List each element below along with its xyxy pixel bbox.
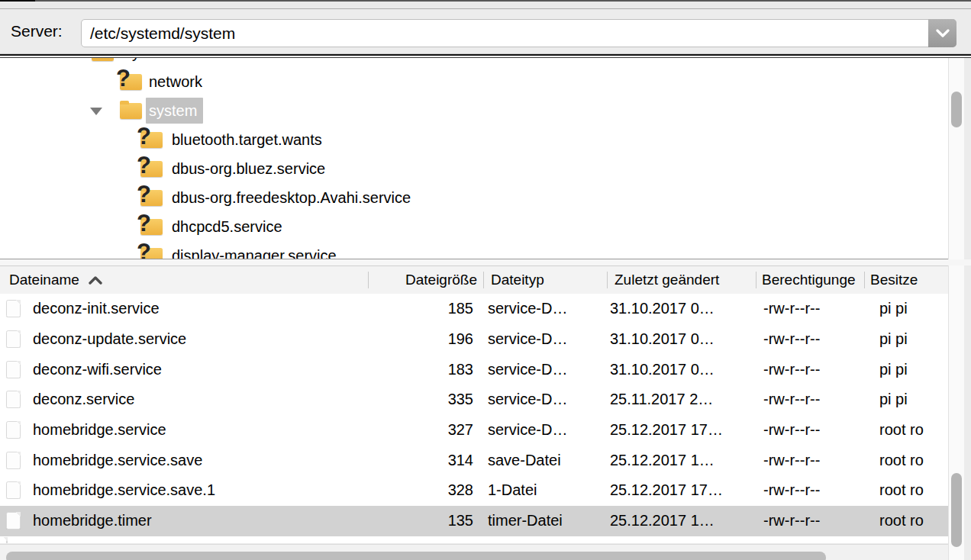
file-size: 185 (368, 300, 483, 317)
folder-icon: ? (140, 161, 163, 177)
file-type: service-D… (483, 391, 607, 408)
file-name: deconz.service (33, 391, 134, 408)
table-scrollbar-thumb[interactable] (951, 473, 962, 547)
question-mark-icon: ? (116, 65, 131, 92)
file-row[interactable]: deconz-update.service 196 service-D… 31.… (0, 324, 948, 355)
file-permissions: -rw-r--r-- (756, 512, 864, 529)
file-row[interactable]: deconz-wifi.service 183 service-D… 31.10… (0, 354, 948, 385)
file-permissions: -rw-r--r-- (756, 330, 864, 348)
question-mark-icon: ? (137, 181, 151, 208)
column-header-label: Berechtigunge (762, 272, 856, 288)
column-header-dateityp[interactable]: Dateityp (483, 266, 607, 294)
disclosure-triangle-icon[interactable] (90, 108, 102, 115)
file-row[interactable]: homebridge.service.save 314 save-Datei 2… (0, 445, 948, 475)
file-permissions: -rw-r--r-- (756, 421, 864, 439)
file-icon (6, 421, 21, 439)
file-name: deconz-wifi.service (33, 361, 162, 378)
file-modified: 25.12.2017 17… (607, 421, 756, 439)
file-owner: pi pi (864, 330, 948, 348)
file-icon (6, 512, 21, 529)
file-owner: root ro (864, 421, 948, 439)
file-size: 335 (368, 391, 483, 408)
file-row[interactable]: homebridge.timer 135 timer-Datei 25.12.2… (0, 506, 948, 536)
file-icon (6, 537, 8, 543)
tree-item-label: display-manager.service (172, 241, 337, 259)
file-modified: 25.12.2017 1… (607, 512, 756, 529)
server-path-combobox[interactable]: /etc/systemd/system (81, 19, 956, 47)
file-permissions: -rw-r--r-- (756, 391, 864, 408)
file-row[interactable]: homebridge.service.save.1 328 1-Datei 25… (0, 475, 948, 506)
column-header-dateigroesse[interactable]: Dateigröße (368, 266, 483, 294)
file-permissions: -rw-r--r-- (756, 452, 864, 469)
folder-icon (92, 58, 114, 61)
file-table: deconz-init.service 185 service-D… 31.10… (0, 294, 964, 543)
folder-icon: ? (140, 219, 163, 235)
file-permissions: -rw-r--r-- (756, 300, 864, 317)
file-permissions: -rw-r--r-- (756, 481, 864, 499)
tree-item[interactable]: ? display-manager.service (0, 241, 964, 259)
file-owner: pi pi (864, 300, 948, 317)
tree-item-label: dhcpcd5.service (172, 212, 282, 241)
file-row[interactable]: deconz.service 335 service-D… 25.11.2017… (0, 385, 948, 415)
horizontal-scrollbar[interactable] (0, 544, 948, 560)
file-permissions: -rw-r--r-- (756, 361, 864, 378)
file-type: timer-Datei (483, 512, 607, 529)
tree-item[interactable]: system (0, 96, 964, 125)
folder-icon: ? (140, 132, 163, 148)
file-table-header: Dateiname Dateigröße Dateityp Zuletzt ge… (0, 266, 948, 294)
file-size: 135 (368, 512, 483, 529)
question-mark-icon: ? (137, 239, 151, 259)
tree-item-label: dbus-org.freedesktop.Avahi.service (172, 183, 411, 212)
file-owner: root ro (864, 481, 948, 499)
column-header-label: Dateityp (491, 272, 544, 288)
question-mark-icon: ? (137, 152, 151, 179)
column-header-label: Zuletzt geändert (615, 272, 719, 288)
tree-item-label: bluetooth.target.wants (172, 125, 322, 154)
file-name: homebridge.timer (33, 512, 152, 529)
file-owner: pi pi (864, 391, 948, 408)
file-modified: 31.10.2017 0… (607, 330, 756, 348)
server-dropdown-button[interactable] (928, 19, 956, 47)
file-size: 327 (368, 421, 483, 439)
file-type: service-D… (483, 361, 607, 378)
question-mark-icon: ? (137, 123, 151, 150)
file-owner: root ro (864, 452, 948, 469)
file-name: homebridge.service.save.1 (33, 481, 215, 499)
tree-scrollbar-thumb[interactable] (951, 92, 962, 127)
column-header-zuletzt-geaendert[interactable]: Zuletzt geändert (607, 266, 756, 294)
table-scrollbar[interactable] (948, 266, 964, 560)
column-header-dateiname[interactable]: Dateiname (0, 266, 368, 294)
tree-scrollbar[interactable] (948, 58, 964, 259)
tree-item[interactable]: ? dhcpcd5.service (0, 212, 964, 241)
tree-item[interactable]: ? dbus-org.freedesktop.Avahi.service (0, 183, 964, 212)
file-modified: 25.12.2017 1… (607, 452, 756, 469)
tree-item[interactable]: ? dbus-org.bluez.service (0, 154, 964, 183)
folder-icon: ? (140, 190, 163, 206)
tree-item-label: dbus-org.bluez.service (172, 154, 325, 183)
column-header-label: Dateigröße (405, 272, 477, 288)
file-type: service-D… (483, 300, 607, 317)
sort-ascending-icon (89, 275, 102, 285)
file-size: 183 (368, 361, 483, 378)
column-header-besitzer[interactable]: Besitze (864, 266, 948, 294)
file-modified: 31.10.2017 0… (607, 300, 756, 317)
file-modified: 25.11.2017 2… (607, 391, 756, 408)
folder-icon: ? (120, 74, 142, 90)
file-size: 196 (368, 330, 483, 348)
tree-item[interactable]: systemd (0, 58, 964, 67)
column-header-berechtigungen[interactable]: Berechtigunge (756, 266, 864, 294)
file-row[interactable]: homebridge.service 327 service-D… 25.12.… (0, 415, 948, 446)
file-icon (6, 361, 21, 378)
top-strip (0, 2, 971, 9)
tree-item[interactable]: ? network (0, 67, 964, 96)
server-bar: Server: /etc/systemd/system (0, 9, 971, 53)
file-row[interactable]: deconz-init.service 185 service-D… 31.10… (0, 294, 948, 324)
horizontal-scrollbar-thumb[interactable] (6, 552, 826, 560)
question-mark-icon: ? (137, 210, 151, 237)
file-owner: root ro (864, 512, 948, 529)
tree-item-label: systemd (124, 58, 181, 67)
file-icon (6, 391, 21, 408)
folder-icon: ? (140, 248, 163, 259)
tree-item[interactable]: ? bluetooth.target.wants (0, 125, 964, 154)
file-icon (6, 330, 21, 348)
